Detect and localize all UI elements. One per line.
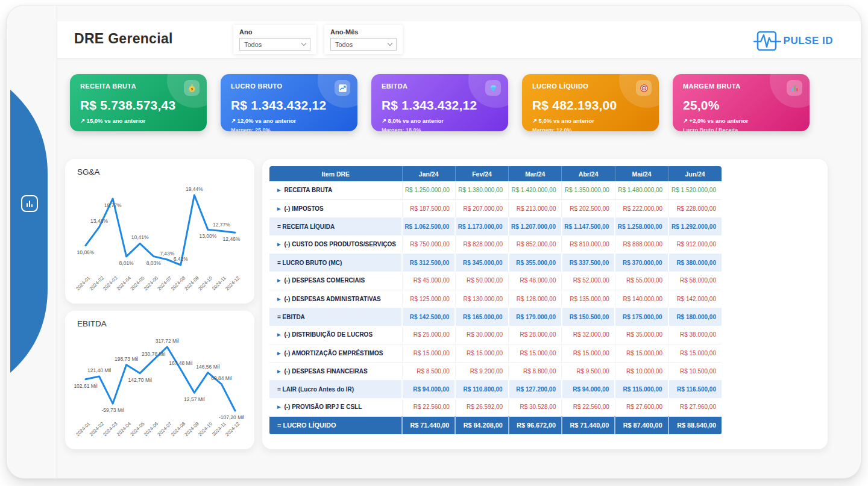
value-cell: R$ 380.000,00 [668, 254, 722, 272]
trend-chart-icon [335, 80, 350, 96]
expand-icon[interactable]: ▶ [277, 207, 280, 211]
value-cell: R$ 125.000,00 [402, 290, 455, 308]
brand-name: PULSE ID [784, 35, 833, 47]
row-label-cell: = EBITDA [269, 308, 402, 326]
value-cell: R$ 1.480.000,00 [615, 181, 668, 199]
table-row[interactable]: = LAIR (Lucro Antes do IR)R$ 94.000,00R$… [269, 380, 722, 398]
ano-filter-select[interactable]: Todos [239, 38, 310, 51]
value-cell: R$ 355.000,00 [509, 254, 562, 272]
table-row[interactable]: ▶RECEITA BRUTAR$ 1.250.000,00R$ 1.380.00… [269, 181, 722, 199]
table-row[interactable]: ▶(-) DESPESAS FINANCEIRASR$ 8.500,00R$ 9… [269, 362, 722, 380]
value-cell: R$ 312.500,00 [402, 254, 455, 272]
svg-text:8,01%: 8,01% [119, 260, 134, 266]
expand-icon[interactable]: ▶ [277, 369, 280, 373]
value-cell: R$ 22.560,00 [562, 398, 615, 416]
ano-filter-label: Ano [239, 28, 310, 36]
value-cell: R$ 28.000,00 [509, 326, 562, 344]
row-label-cell: ▶(-) IMPOSTOS [269, 199, 402, 217]
table-row[interactable]: ▶(-) PROVISÃO IRPJ E CSLLR$ 22.560,00R$ … [269, 398, 722, 416]
kpi-value: R$ 482.193,00 [532, 98, 617, 113]
value-cell: R$ 9.200,00 [455, 362, 508, 380]
value-cell: R$ 127.200,00 [509, 380, 562, 398]
expand-icon[interactable]: ▶ [277, 278, 280, 282]
value-cell: R$ 71.440,00 [562, 416, 615, 434]
svg-text:121,40 Mil: 121,40 Mil [87, 367, 111, 373]
row-label-cell: ▶(-) DISTRIBUIÇÃO DE LUCROS [269, 326, 402, 344]
value-cell: R$ 52.000,00 [562, 272, 615, 290]
value-cell: R$ 370.000,00 [615, 254, 668, 272]
expand-icon[interactable]: ▶ [277, 242, 280, 246]
value-cell: R$ 15.000,00 [455, 344, 508, 362]
kpi-card: LUCRO LÍQUIDO R$ 482.193,00 ↗ 5,0% vs an… [522, 74, 659, 131]
table-row[interactable]: ▶(-) DISTRIBUIÇÃO DE LUCROSR$ 25.000,00R… [269, 326, 722, 344]
table-row[interactable]: = EBITDAR$ 142.500,00R$ 165.000,00R$ 179… [269, 308, 722, 326]
svg-text:2024-10: 2024-10 [197, 421, 214, 438]
pulse-icon [753, 29, 781, 53]
value-cell: R$ 1.207.000,00 [509, 217, 562, 235]
table-row[interactable]: ▶(-) CUSTO DOS PRODUTOS/SERVIÇOSR$ 750.0… [269, 235, 722, 254]
expand-icon[interactable]: ▶ [277, 332, 280, 337]
value-cell: R$ 1.380.000,00 [455, 181, 508, 199]
svg-text:198,73 Mil: 198,73 Mil [115, 356, 138, 362]
kpi-value: R$ 1.343.432,12 [382, 98, 477, 113]
svg-text:7,43%: 7,43% [160, 251, 175, 257]
expand-icon[interactable]: ▶ [277, 405, 280, 409]
kpi-card: LUCRO BRUTO R$ 1.343.432,12 ↗ 12,0% vs a… [221, 74, 357, 131]
kpi-subtext: Margem: 25,0% [231, 127, 271, 131]
column-header: Abr/24 [562, 166, 615, 181]
diamond-icon [485, 80, 501, 96]
svg-text:10,41%: 10,41% [131, 234, 149, 240]
sga-chart[interactable]: 10,06%13,48%18,77%8,01%10,41%8,03%7,43%6… [70, 181, 250, 299]
value-cell: R$ 150.500,00 [562, 308, 615, 326]
value-cell: R$ 222.000,00 [615, 199, 668, 217]
table-row[interactable]: ▶(-) IMPOSTOSR$ 187.500,00R$ 207.000,00R… [269, 199, 722, 217]
value-cell: R$ 15.000,00 [562, 344, 615, 362]
table-row[interactable]: ▶(-) AMORTIZAÇÃO EMPRÉSTIMOSR$ 15.000,00… [269, 344, 722, 362]
row-label-cell: = RECEITA LÍQUIDA [269, 217, 402, 235]
table-row[interactable]: ▶(-) DESPESAS COMERCIAISR$ 45.000,00R$ 5… [269, 272, 722, 290]
column-header: Mai/24 [615, 166, 668, 181]
svg-text:-107,20 Mil: -107,20 Mil [219, 414, 244, 420]
svg-text:18,77%: 18,77% [104, 202, 122, 208]
value-cell: R$ 15.000,00 [668, 344, 722, 362]
expand-icon[interactable]: ▶ [277, 188, 280, 192]
value-cell: R$ 810.000,00 [562, 235, 615, 254]
value-cell: R$ 45.000,00 [402, 272, 455, 290]
table-row[interactable]: = RECEITA LÍQUIDAR$ 1.062.500,00R$ 1.173… [269, 217, 722, 235]
kpi-label: LUCRO LÍQUIDO [532, 83, 588, 90]
value-cell: R$ 1.147.500,00 [562, 217, 615, 235]
value-cell: R$ 337.500,00 [562, 254, 615, 272]
row-label-cell: ▶(-) PROVISÃO IRPJ E CSLL [269, 398, 402, 416]
ano-mes-filter-select[interactable]: Todos [330, 38, 397, 51]
value-cell: R$ 165.000,00 [455, 308, 508, 326]
column-header: Fev/24 [455, 166, 508, 181]
value-cell: R$ 94.000,00 [402, 380, 455, 398]
value-cell: R$ 750.000,00 [402, 235, 455, 254]
ebitda-chart[interactable]: 102,61 Mil121,40 Mil-59,73 Mil198,73 Mil… [70, 332, 250, 444]
sidebar-rail-shape [10, 90, 58, 373]
kpi-label: EBITDA [382, 83, 407, 90]
value-cell: R$ 8.500,00 [402, 362, 455, 380]
svg-text:317,72 Mil: 317,72 Mil [156, 338, 179, 344]
value-cell: R$ 71.440,00 [402, 416, 455, 434]
value-cell: R$ 27.960,00 [668, 398, 722, 416]
value-cell: R$ 110.800,00 [455, 380, 508, 398]
table-row[interactable]: ▶(-) DESPESAS ADMINISTRATIVASR$ 125.000,… [269, 290, 722, 308]
table-row[interactable]: = LUCRO LÍQUIDOR$ 71.440,00R$ 84.208,00R… [269, 416, 722, 434]
column-header: Jan/24 [402, 166, 455, 181]
expand-icon[interactable]: ▶ [277, 297, 280, 301]
svg-text:6,42%: 6,42% [174, 256, 189, 262]
expand-icon[interactable]: ▶ [277, 351, 280, 355]
ebitda-chart-title: EBITDA [77, 319, 107, 328]
ano-mes-filter: Ano-Mês Todos [324, 25, 403, 54]
value-cell: R$ 207.000,00 [455, 199, 508, 217]
value-cell: R$ 130.000,00 [455, 290, 508, 308]
value-cell: R$ 96.672,00 [509, 416, 562, 434]
svg-text:142,70 Mil: 142,70 Mil [128, 377, 152, 383]
svg-text:230,78 Mil: 230,78 Mil [142, 351, 165, 357]
table-row[interactable]: = LUCRO BRUTO (MC)R$ 312.500,00R$ 345.00… [269, 254, 722, 272]
bar-chart-nav-button[interactable] [21, 195, 38, 212]
kpi-delta: ↗ 8,0% vs ano anterior [382, 117, 444, 124]
kpi-card: RECEITA BRUTA $ R$ 5.738.573,43 ↗ 15,0% … [70, 74, 207, 131]
svg-text:12,57 Mil: 12,57 Mil [184, 396, 205, 402]
